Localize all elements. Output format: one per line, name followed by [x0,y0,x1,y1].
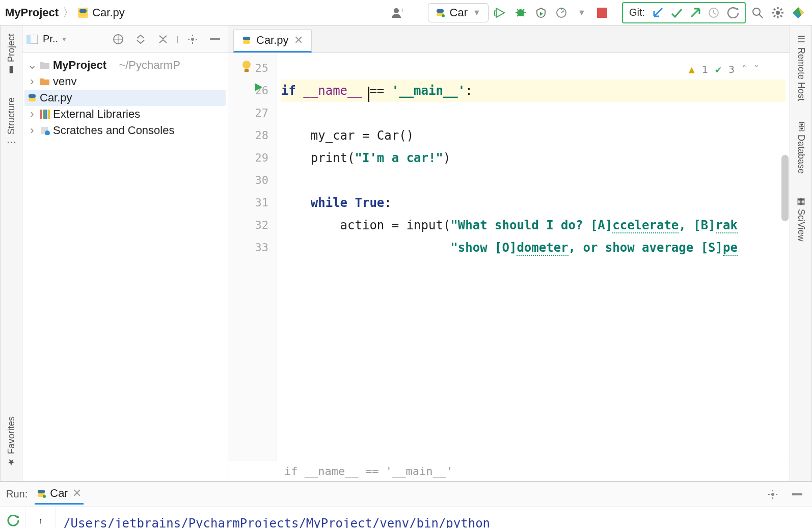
add-user-icon[interactable]: + [389,4,407,21]
intention-bulb-icon[interactable] [241,60,252,73]
check-icon: ✔ [715,58,721,81]
hide-icon[interactable] [206,31,224,48]
settings-icon[interactable] [769,4,787,21]
svg-rect-47 [243,40,250,44]
tab-project[interactable]: ▮Project [4,31,19,79]
git-revert-icon[interactable] [726,7,739,18]
stop-button[interactable] [593,4,611,21]
tree-file-car[interactable]: Car.py [24,90,226,106]
tool-settings-icon[interactable] [184,31,201,48]
svg-point-16 [753,8,760,15]
sciview-icon: ▦ [795,195,806,206]
python-file-icon [242,36,251,45]
debug-button[interactable] [512,4,529,21]
editor-tab-label: Car.py [256,34,289,47]
svg-rect-41 [43,110,45,119]
locate-icon[interactable] [110,31,127,48]
tab-structure[interactable]: ⋮Structure [4,94,19,150]
dropdown-icon: ▼ [473,8,481,17]
search-icon[interactable] [749,4,766,21]
svg-point-48 [242,61,251,69]
svg-point-52 [43,495,46,498]
run-tool-window: Run: Car ✕ ↑ ↓ /Users/jetbrains/PycharmP… [0,481,812,528]
git-commit-icon[interactable] [670,8,683,18]
svg-rect-58 [792,493,802,495]
git-history-icon[interactable] [708,7,719,18]
tab-remote-host[interactable]: ☰Remote Host [793,31,808,104]
console-line: /Users/jetbrains/PycharmProjects/MyProje… [63,513,805,528]
svg-rect-43 [48,110,50,119]
svg-rect-14 [597,8,607,18]
folder-icon [40,77,50,86]
coverage-button[interactable] [532,4,550,21]
svg-line-26 [774,15,775,17]
tree-external-libs[interactable]: › External Libraries [24,106,226,122]
git-pull-icon[interactable] [652,7,663,18]
project-tree: ⌄ MyProject ~/PycharmP › venv Car.py › E… [22,53,228,143]
project-icon: ▮ [6,65,17,76]
tab-favorites[interactable]: ★Favorites [4,413,19,471]
up-icon[interactable]: ˄ [742,58,747,81]
more-run-icon[interactable]: ▼ [573,4,590,21]
profile-button[interactable] [553,4,570,21]
run-label: Run: [6,488,28,500]
libraries-icon [40,110,50,119]
run-config-selector[interactable]: Car ▼ [428,3,489,22]
breadcrumb-file[interactable]: Car.py [92,6,125,19]
python-icon [37,489,46,498]
folder-icon [40,61,50,69]
console-output[interactable]: /Users/jetbrains/PycharmProjects/MyProje… [56,507,812,528]
database-icon: 🗄 [796,122,806,131]
svg-text:+: + [400,7,404,14]
divider: | [177,35,179,44]
project-tool-header: Pr..▼ | [22,25,228,53]
close-tab-icon[interactable]: ✕ [294,34,303,47]
up-arrow-icon[interactable]: ↑ [32,512,49,528]
inspection-widget[interactable]: ▲1 ✔3 ˄ ˅ [689,58,759,81]
svg-rect-2 [79,13,87,16]
svg-rect-42 [45,110,47,119]
tree-venv-folder[interactable]: › venv [24,73,226,90]
tree-project-root[interactable]: ⌄ MyProject ~/PycharmP [24,57,226,73]
tab-sciview[interactable]: ▦SciView [793,192,808,245]
rerun-icon[interactable] [4,512,21,528]
svg-rect-50 [38,490,45,493]
git-push-icon[interactable] [690,7,701,18]
tab-database[interactable]: 🗄Database [794,119,808,177]
run-button[interactable] [492,4,509,21]
breadcrumb: MyProject 〉 Car.py [5,5,125,20]
editor-tab-car[interactable]: Car.py ✕ [233,29,312,52]
svg-line-23 [774,9,775,10]
expand-all-icon[interactable] [132,31,149,48]
svg-rect-28 [26,35,31,44]
editor-area[interactable]: 252627282930313233 if __name__ == '__mai… [228,53,790,461]
project-view-selector[interactable]: Pr..▼ [43,33,67,45]
scratches-icon [40,126,50,135]
structure-icon: ⋮ [6,138,17,147]
run-gutter-icon[interactable] [254,83,263,92]
run-left-toolbar [0,507,25,528]
project-tool-window: Pr..▼ | ⌄ MyProject ~/PycharmP › venv C [22,25,228,481]
run-tab-car[interactable]: Car ✕ [35,484,83,505]
star-icon: ★ [6,457,17,468]
breadcrumb-project[interactable]: MyProject [5,6,59,19]
tree-scratches[interactable]: › Scratches and Consoles [24,122,226,139]
python-icon [436,8,445,17]
git-toolbar: Git: [622,2,746,23]
editor-breadcrumb[interactable]: if __name__ == '__main__' [228,461,790,481]
scrollbar-thumb[interactable] [781,155,789,221]
run-config-name: Car [450,6,468,19]
close-icon[interactable]: ✕ [72,487,82,500]
svg-rect-1 [79,9,87,13]
hide-run-icon[interactable] [789,486,806,503]
code-area[interactable]: if __name__ == '__main__': my_car = Car(… [277,53,790,461]
editor-tabs: Car.py ✕ [228,25,790,53]
down-icon[interactable]: ˅ [754,58,759,81]
collapse-all-icon[interactable] [154,31,172,48]
svg-rect-46 [243,37,250,40]
chevron-right-icon: › [28,124,37,137]
run-settings-icon[interactable] [764,486,781,503]
pycharm-logo-icon[interactable] [790,4,807,21]
svg-point-32 [191,38,194,41]
chevron-right-icon: › [28,108,37,121]
